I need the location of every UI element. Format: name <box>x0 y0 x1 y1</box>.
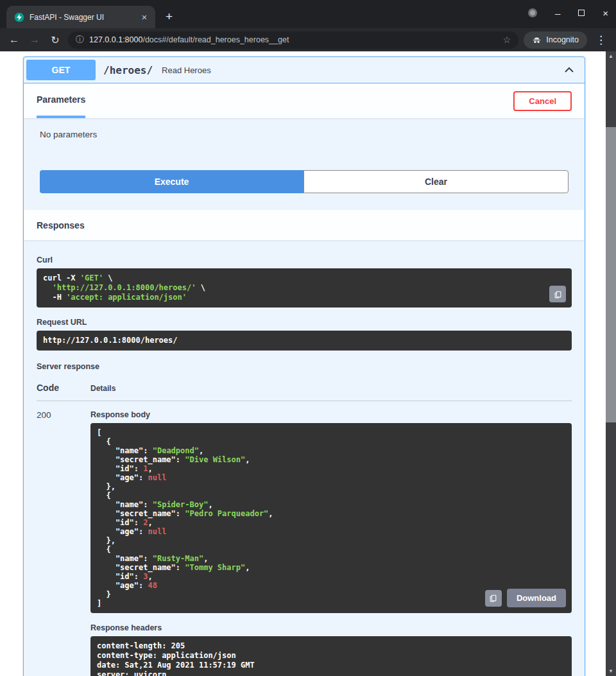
endpoint-path: /heroes/ <box>103 64 153 76</box>
status-code: 200 <box>37 410 90 676</box>
parameters-section-header: Parameters Cancel <box>24 83 585 118</box>
page-scrollbar[interactable]: ▲ ▼ <box>606 51 616 676</box>
execute-row: Execute Clear <box>40 170 569 193</box>
collapse-chevron-icon[interactable] <box>563 64 576 76</box>
incognito-icon <box>532 35 542 45</box>
site-info-icon[interactable]: ⓘ <box>76 34 84 46</box>
window-maximize-button[interactable] <box>578 10 585 16</box>
responses-body: Curl curl -X 'GET' \ 'http://127.0.0.1:8… <box>24 240 585 676</box>
browser-menu-icon[interactable]: ⋮ <box>592 33 610 47</box>
response-headers-label: Response headers <box>90 623 572 632</box>
bookmark-star-icon[interactable]: ☆ <box>503 35 511 45</box>
curl-label: Curl <box>37 256 572 264</box>
browser-update-icon[interactable] <box>528 8 537 17</box>
copy-curl-button[interactable] <box>549 286 566 302</box>
parameters-body: No parameters Execute Clear <box>24 118 585 210</box>
response-body-actions: Download <box>485 589 566 607</box>
url-host: 127.0.0.1:8000 <box>89 35 142 44</box>
response-details: Response body [ { "name": "Deadpond", "s… <box>90 410 572 676</box>
reload-icon[interactable]: ↻ <box>47 34 63 46</box>
curl-command-block: curl -X 'GET' \ 'http://127.0.0.1:8000/h… <box>37 268 572 308</box>
copy-response-button[interactable] <box>485 590 502 607</box>
code-column-header: Code <box>37 383 90 393</box>
response-body-label: Response body <box>90 410 572 419</box>
browser-tab[interactable]: FastAPI - Swagger UI × <box>6 6 155 28</box>
back-icon[interactable]: ← <box>6 34 22 46</box>
window-minimize-button[interactable]: – <box>555 8 560 18</box>
tab-title: FastAPI - Swagger UI <box>30 13 133 22</box>
response-headers-block: content-length: 205 content-type: applic… <box>90 636 572 676</box>
incognito-badge: Incognito <box>524 31 587 49</box>
response-headers-text: content-length: 205 content-type: applic… <box>97 641 565 676</box>
fastapi-favicon-icon <box>14 12 24 22</box>
request-url-value: http://127.0.0.1:8000/heroes/ <box>43 336 565 345</box>
response-body-block: [ { "name": "Deadpond", "secret_name": "… <box>90 423 572 613</box>
url-text: 127.0.0.1:8000/docs#/default/read_heroes… <box>89 35 289 44</box>
details-column-header: Details <box>90 384 116 393</box>
swagger-page: GET /heroes/ Read Heroes Parameters Canc… <box>0 51 616 676</box>
responses-title: Responses <box>37 220 85 230</box>
cancel-button[interactable]: Cancel <box>513 91 572 111</box>
server-response-label: Server response <box>37 362 572 371</box>
browser-window: FastAPI - Swagger UI × + – × ← → ↻ ⓘ 127… <box>0 0 616 676</box>
no-parameters-text: No parameters <box>40 130 569 139</box>
download-button[interactable]: Download <box>507 589 566 607</box>
url-field[interactable]: ⓘ 127.0.0.1:8000/docs#/default/read_hero… <box>68 31 518 49</box>
url-path: /docs#/default/read_heroes_heroes__get <box>142 35 289 44</box>
opblock-summary[interactable]: GET /heroes/ Read Heroes <box>24 57 585 83</box>
response-table-header: Code Details <box>37 379 572 401</box>
curl-command-text: curl -X 'GET' \ 'http://127.0.0.1:8000/h… <box>43 273 565 302</box>
scroll-down-icon[interactable]: ▼ <box>606 666 616 676</box>
scroll-up-icon[interactable]: ▲ <box>606 51 616 61</box>
execute-button[interactable]: Execute <box>40 170 304 193</box>
http-method-badge: GET <box>26 60 96 80</box>
forward-icon[interactable]: → <box>27 34 42 46</box>
response-row-200: 200 Response body [ { "name": "Deadpond"… <box>37 401 572 676</box>
incognito-label: Incognito <box>546 35 579 44</box>
tab-close-icon[interactable]: × <box>139 12 150 23</box>
scrollbar-thumb[interactable] <box>606 127 616 422</box>
tab-bar: FastAPI - Swagger UI × + – × <box>0 0 616 28</box>
opblock-get-heroes: GET /heroes/ Read Heroes Parameters Canc… <box>23 56 585 676</box>
response-body-json: [ { "name": "Deadpond", "secret_name": "… <box>97 428 565 608</box>
responses-section-header: Responses <box>24 210 585 240</box>
window-controls: – × <box>528 0 608 26</box>
endpoint-summary: Read Heroes <box>162 65 211 75</box>
parameters-title: Parameters <box>37 83 85 118</box>
clear-button[interactable]: Clear <box>304 170 569 193</box>
request-url-block: http://127.0.0.1:8000/heroes/ <box>37 331 572 351</box>
address-bar: ← → ↻ ⓘ 127.0.0.1:8000/docs#/default/rea… <box>0 28 616 51</box>
request-url-label: Request URL <box>37 318 572 327</box>
new-tab-button[interactable]: + <box>166 11 173 22</box>
window-close-button[interactable]: × <box>603 8 608 18</box>
